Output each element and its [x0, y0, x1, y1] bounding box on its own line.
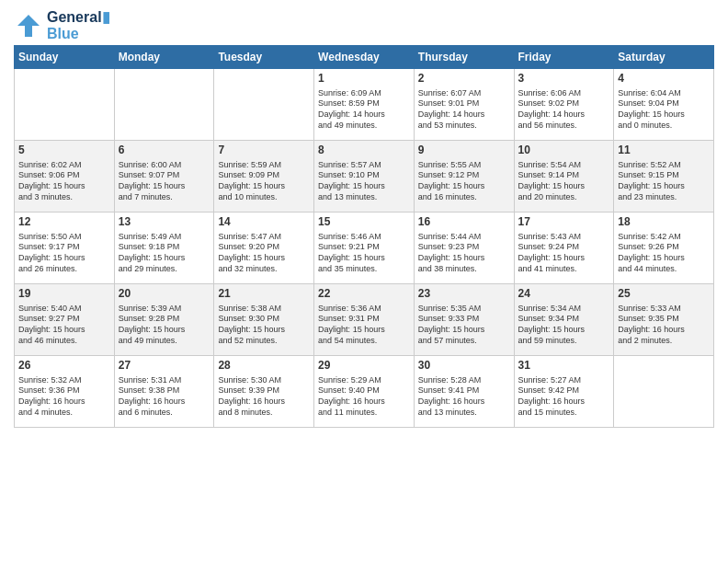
svg-marker-0: [17, 15, 40, 37]
day-number: 28: [218, 359, 310, 373]
day-info-line: Sunset: 9:34 PM: [518, 314, 610, 325]
weekday-header: Saturday: [614, 46, 714, 69]
day-info-line: and 59 minutes.: [518, 336, 610, 347]
day-info-line: Sunrise: 5:44 AM: [418, 232, 510, 243]
day-info-line: Sunrise: 5:39 AM: [119, 304, 210, 315]
day-info-line: and 15 minutes.: [518, 408, 610, 419]
weekday-header: Tuesday: [214, 46, 314, 69]
day-info-line: Sunset: 9:17 PM: [18, 242, 110, 253]
calendar-cell: 10Sunrise: 5:54 AMSunset: 9:14 PMDayligh…: [514, 141, 614, 213]
day-info-line: Sunset: 9:04 PM: [618, 98, 710, 109]
day-info-line: Daylight: 15 hours: [418, 253, 510, 264]
weekday-header: Wednesday: [314, 46, 415, 69]
day-info-line: Sunrise: 5:52 AM: [618, 160, 710, 171]
calendar-cell: 11Sunrise: 5:52 AMSunset: 9:15 PMDayligh…: [614, 141, 714, 213]
day-info-line: Sunset: 9:30 PM: [218, 314, 310, 325]
day-info-line: Daylight: 15 hours: [119, 325, 210, 336]
day-info-line: Sunset: 9:12 PM: [418, 170, 510, 181]
day-info-line: and 0 minutes.: [618, 121, 710, 132]
day-info-line: and 4 minutes.: [18, 408, 110, 419]
day-info-line: Sunrise: 6:09 AM: [318, 88, 410, 99]
calendar-cell: 14Sunrise: 5:47 AMSunset: 9:20 PMDayligh…: [214, 213, 314, 284]
day-info-line: and 57 minutes.: [418, 336, 510, 347]
day-info-line: Daylight: 15 hours: [618, 253, 710, 264]
day-info-line: Daylight: 15 hours: [418, 325, 510, 336]
day-info-line: Sunset: 9:40 PM: [318, 385, 410, 396]
day-info-line: and 38 minutes.: [418, 264, 510, 275]
day-info-line: Sunset: 9:06 PM: [18, 170, 110, 181]
day-number: 21: [218, 287, 310, 302]
day-info-line: Sunset: 9:02 PM: [518, 98, 610, 109]
calendar-cell: 16Sunrise: 5:44 AMSunset: 9:23 PMDayligh…: [414, 213, 514, 284]
day-info-line: and 32 minutes.: [218, 264, 310, 275]
day-info-line: Sunrise: 6:04 AM: [618, 88, 710, 99]
day-info-line: and 7 minutes.: [119, 192, 210, 203]
calendar-cell: [15, 69, 115, 141]
calendar-cell: 15Sunrise: 5:46 AMSunset: 9:21 PMDayligh…: [314, 213, 415, 284]
day-info-line: Sunset: 9:07 PM: [119, 170, 210, 181]
day-info-line: Sunrise: 5:35 AM: [418, 304, 510, 315]
calendar-week: 19Sunrise: 5:40 AMSunset: 9:27 PMDayligh…: [15, 284, 714, 356]
day-info-line: and 26 minutes.: [18, 264, 110, 275]
day-number: 19: [18, 287, 110, 302]
logo-text: General▮ Blue: [47, 9, 110, 41]
day-info-line: Daylight: 16 hours: [218, 396, 310, 408]
calendar-cell: 18Sunrise: 5:42 AMSunset: 9:26 PMDayligh…: [614, 213, 714, 284]
day-number: 3: [518, 72, 610, 86]
day-info-line: Sunset: 9:09 PM: [218, 170, 310, 181]
day-info-line: Daylight: 15 hours: [119, 181, 210, 192]
day-info-line: Sunrise: 6:07 AM: [418, 88, 510, 99]
day-info-line: Daylight: 16 hours: [18, 396, 110, 408]
calendar-week: 12Sunrise: 5:50 AMSunset: 9:17 PMDayligh…: [15, 213, 714, 284]
day-number: 30: [418, 359, 510, 373]
day-info-line: Sunset: 9:36 PM: [18, 385, 110, 396]
day-info-line: and 23 minutes.: [618, 192, 710, 203]
calendar-cell: [614, 356, 714, 428]
day-info-line: and 56 minutes.: [518, 121, 610, 132]
calendar-week: 5Sunrise: 6:02 AMSunset: 9:06 PMDaylight…: [15, 141, 714, 213]
calendar-cell: 17Sunrise: 5:43 AMSunset: 9:24 PMDayligh…: [514, 213, 614, 284]
day-number: 23: [418, 287, 510, 302]
day-info-line: and 6 minutes.: [119, 408, 210, 419]
day-info-line: and 2 minutes.: [618, 336, 710, 347]
day-info-line: Sunset: 9:24 PM: [518, 242, 610, 253]
day-info-line: Daylight: 15 hours: [618, 181, 710, 192]
day-info-line: Daylight: 15 hours: [218, 181, 310, 192]
day-number: 16: [418, 215, 510, 230]
day-info-line: Sunrise: 5:55 AM: [418, 160, 510, 171]
day-info-line: Sunset: 9:23 PM: [418, 242, 510, 253]
calendar-cell: 20Sunrise: 5:39 AMSunset: 9:28 PMDayligh…: [114, 284, 214, 356]
day-info-line: Daylight: 16 hours: [119, 396, 210, 408]
day-info-line: and 53 minutes.: [418, 121, 510, 132]
day-info-line: Sunset: 9:10 PM: [318, 170, 410, 181]
calendar-cell: 1Sunrise: 6:09 AMSunset: 8:59 PMDaylight…: [314, 69, 415, 141]
calendar-cell: 28Sunrise: 5:30 AMSunset: 9:39 PMDayligh…: [214, 356, 314, 428]
day-number: 15: [318, 215, 410, 230]
calendar-cell: 13Sunrise: 5:49 AMSunset: 9:18 PMDayligh…: [114, 213, 214, 284]
day-info-line: Daylight: 15 hours: [18, 325, 110, 336]
day-info-line: and 11 minutes.: [318, 408, 410, 419]
day-info-line: Sunrise: 5:49 AM: [119, 232, 210, 243]
calendar-cell: [114, 69, 214, 141]
day-number: 10: [518, 144, 610, 158]
day-info-line: Sunset: 9:20 PM: [218, 242, 310, 253]
day-info-line: Sunset: 9:33 PM: [418, 314, 510, 325]
page-header: General▮ Blue: [14, 9, 714, 41]
day-info-line: Daylight: 15 hours: [218, 325, 310, 336]
day-info-line: Sunset: 9:39 PM: [218, 385, 310, 396]
day-info-line: and 3 minutes.: [18, 192, 110, 203]
day-info-line: Sunrise: 5:46 AM: [318, 232, 410, 243]
day-info-line: Sunset: 9:42 PM: [518, 385, 610, 396]
day-info-line: Sunrise: 5:43 AM: [518, 232, 610, 243]
day-info-line: Sunset: 9:18 PM: [119, 242, 210, 253]
day-number: 24: [518, 287, 610, 302]
day-info-line: Daylight: 14 hours: [518, 109, 610, 121]
calendar-cell: 24Sunrise: 5:34 AMSunset: 9:34 PMDayligh…: [514, 284, 614, 356]
day-number: 9: [418, 144, 510, 158]
calendar-cell: 25Sunrise: 5:33 AMSunset: 9:35 PMDayligh…: [614, 284, 714, 356]
day-info-line: Sunrise: 5:27 AM: [518, 375, 610, 386]
calendar-table: SundayMondayTuesdayWednesdayThursdayFrid…: [14, 45, 714, 428]
day-info-line: and 44 minutes.: [618, 264, 710, 275]
day-info-line: Sunrise: 6:02 AM: [18, 160, 110, 171]
calendar-cell: 27Sunrise: 5:31 AMSunset: 9:38 PMDayligh…: [114, 356, 214, 428]
